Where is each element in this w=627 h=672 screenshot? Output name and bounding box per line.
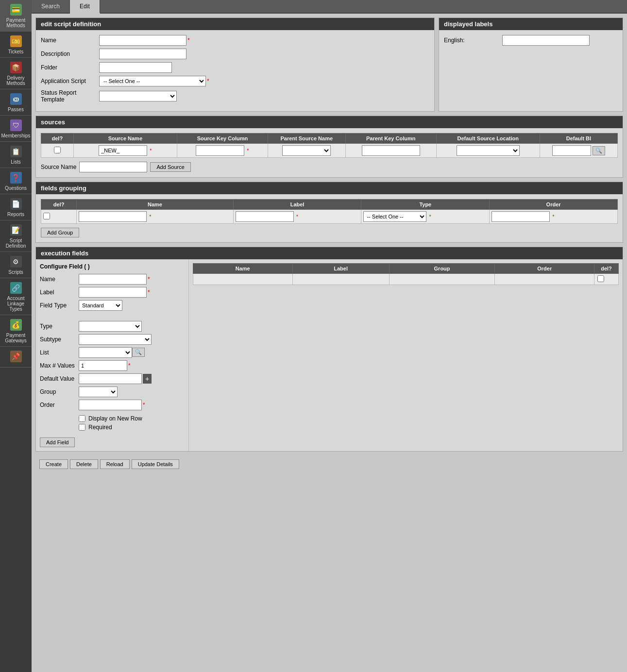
ef-col-group: Group	[389, 263, 495, 273]
edit-script-definition-header: edit script definition	[36, 18, 434, 30]
sidebar-item-account-linkage-types[interactable]: 🔗 Account Linkage Types	[0, 278, 32, 315]
payment-gateways-icon: 💰	[9, 318, 23, 332]
reports-icon: 📄	[9, 197, 23, 211]
fg-name-input[interactable]	[79, 211, 147, 222]
description-input[interactable]	[99, 49, 186, 59]
create-button[interactable]: Create	[39, 459, 68, 469]
delete-button[interactable]: Delete	[70, 459, 98, 469]
default-bl-input[interactable]	[552, 145, 591, 156]
sidebar-item-payment-methods[interactable]: 💳 Payment Methods	[0, 0, 32, 32]
exec-subtype-select[interactable]	[79, 334, 152, 345]
exec-name-row: Name *	[40, 274, 185, 285]
required-checkbox[interactable]	[79, 424, 85, 431]
exec-default-value-input[interactable]	[79, 373, 142, 384]
exec-type-label: Type	[40, 323, 79, 330]
exec-left-pane: Configure Field ( ) Name * Label * Field…	[36, 259, 189, 451]
app-script-select[interactable]: -- Select One --	[99, 76, 206, 86]
default-bl-cell: 🔍	[540, 143, 617, 157]
default-location-select[interactable]	[457, 145, 520, 156]
folder-input[interactable]	[99, 62, 172, 73]
exec-type-select[interactable]	[79, 321, 142, 332]
source-name-label: Source Name	[41, 164, 76, 170]
required-label: Required	[88, 424, 112, 431]
exec-name-input[interactable]	[79, 274, 147, 285]
fg-col-name: Name	[77, 199, 233, 209]
fg-del-checkbox[interactable]	[43, 213, 50, 219]
add-group-row: Add Group	[41, 228, 618, 237]
exec-list-select[interactable]	[79, 347, 132, 358]
fg-order-input[interactable]	[491, 211, 550, 222]
exec-field-type-select[interactable]: Standard	[79, 300, 122, 311]
fg-label-input[interactable]	[236, 211, 294, 222]
ef-del-checkbox[interactable]	[597, 275, 604, 282]
script-definition-icon: 📝	[9, 223, 23, 237]
sidebar-label-memberships: Memberships	[1, 133, 30, 138]
fg-order-cell: *	[490, 209, 618, 223]
sidebar-item-memberships[interactable]: 🛡 Memberships	[0, 116, 32, 142]
source-name-input[interactable]	[99, 145, 147, 156]
source-key-input[interactable]	[196, 145, 244, 156]
sidebar-item-lists[interactable]: 📋 Lists	[0, 142, 32, 168]
scripts-icon: ⚙	[9, 255, 23, 269]
name-input[interactable]	[99, 35, 186, 46]
tab-edit[interactable]: Edit	[70, 0, 100, 14]
parent-key-input[interactable]	[362, 145, 420, 156]
sidebar-item-payment-gateways[interactable]: 💰 Payment Gateways	[0, 315, 32, 347]
exec-field-type-label: Field Type	[40, 302, 79, 309]
name-required: *	[187, 37, 190, 44]
fg-col-del: del?	[41, 199, 77, 209]
exec-name-label: Name	[40, 276, 79, 283]
sidebar-item-delivery-methods[interactable]: 📦 Delivery Methods	[0, 58, 32, 89]
fields-grouping-table: del? Name Label Type Order	[41, 199, 618, 224]
exec-max-values-input[interactable]	[79, 360, 127, 371]
content-area: edit script definition Name * Descriptio…	[32, 14, 627, 477]
parent-source-cell	[268, 143, 345, 157]
exec-order-input[interactable]	[79, 400, 142, 410]
fg-type-select[interactable]: -- Select One --	[363, 211, 426, 222]
add-group-button[interactable]: Add Group	[41, 228, 79, 237]
edit-script-definition-panel: edit script definition Name * Descriptio…	[35, 17, 435, 112]
tickets-icon: 🎫	[9, 34, 23, 48]
displayed-labels-body: English:	[439, 30, 623, 53]
exec-label-input[interactable]	[79, 287, 147, 298]
del-checkbox[interactable]	[54, 147, 61, 153]
main-area: Search Edit edit script definition Name …	[32, 0, 627, 672]
sidebar-item-tickets[interactable]: 🎫 Tickets	[0, 32, 32, 58]
top-tabs: Search Edit	[32, 0, 627, 14]
english-input[interactable]	[502, 35, 590, 46]
add-source-name-input[interactable]	[79, 162, 147, 172]
exec-field-type-row: Field Type Standard	[40, 300, 185, 311]
exec-group-select[interactable]	[79, 386, 118, 397]
tab-search[interactable]: Search	[32, 0, 70, 13]
fg-table-row: * * -- Select One -- *	[41, 209, 618, 223]
sources-body: del? Source Name Source Key Column Paren…	[36, 128, 623, 177]
sidebar-item-scripts[interactable]: ⚙ Scripts	[0, 252, 32, 278]
sidebar-item-questions[interactable]: ❓ Questions	[0, 168, 32, 194]
status-report-select[interactable]	[99, 91, 177, 101]
sidebar-item-extra[interactable]: 📌	[0, 347, 32, 368]
exec-order-label: Order	[40, 402, 79, 408]
source-name-cell: *	[73, 143, 177, 157]
update-details-button[interactable]: Update Details	[132, 459, 179, 469]
sidebar-item-script-definition[interactable]: 📝 Script Definition	[0, 220, 32, 252]
sources-panel: sources del? Source Name Source Key Colu…	[35, 116, 623, 178]
displayed-labels-panel: displayed labels English:	[439, 17, 623, 112]
list-search-button[interactable]: 🔍	[132, 348, 145, 357]
add-default-value-button[interactable]: +	[143, 374, 152, 384]
app-script-row: Application Script -- Select One -- *	[41, 76, 429, 86]
edit-script-definition-body: Name * Description Folder Application Sc…	[36, 30, 434, 111]
sidebar-item-passes[interactable]: 🎟 Passes	[0, 89, 32, 116]
sidebar-item-reports[interactable]: 📄 Reports	[0, 194, 32, 220]
display-new-row-checkbox[interactable]	[79, 415, 85, 422]
bl-search-button[interactable]: 🔍	[593, 146, 605, 155]
col-source-key: Source Key Column	[177, 133, 268, 143]
sidebar-label-payment-methods: Payment Methods	[2, 17, 30, 28]
add-field-button[interactable]: Add Field	[40, 437, 75, 447]
add-source-button[interactable]: Add Source	[150, 162, 190, 172]
exec-label-label: Label	[40, 289, 79, 296]
parent-source-select[interactable]	[282, 145, 331, 156]
fg-col-label: Label	[233, 199, 361, 209]
reload-button[interactable]: Reload	[100, 459, 130, 469]
fg-type-cell: -- Select One -- *	[361, 209, 490, 223]
account-linkage-icon: 🔗	[9, 281, 23, 295]
